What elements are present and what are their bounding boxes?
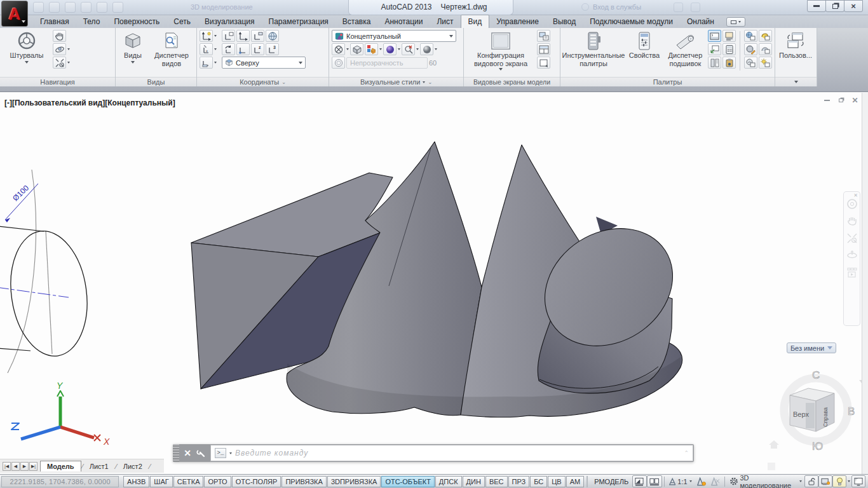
panel-user-interface-label[interactable] [775, 77, 817, 86]
command-line[interactable]: ✕ >_ Введите команду ⌃ [173, 444, 694, 462]
tab-poverhnost[interactable]: Поверхность [107, 15, 166, 28]
command-prompt-icon[interactable]: >_ [215, 448, 226, 458]
toggle-ves[interactable]: ВЕС [485, 476, 508, 487]
ucs-3point-button[interactable]: 3 [266, 43, 279, 55]
zoom-dropdown-icon[interactable] [67, 62, 70, 64]
ucs-x-rotate-button[interactable]: x [200, 43, 213, 55]
calculator-button[interactable] [722, 43, 736, 55]
panel-palettes-label[interactable]: Палитры [560, 77, 775, 86]
toggle-ots-obekt[interactable]: ОТС-ОБЪЕКТ [381, 476, 434, 487]
vp-close-icon[interactable]: ✕ [851, 97, 859, 104]
tab-list[interactable]: Лист [430, 15, 460, 28]
infocenter-icons[interactable] [674, 3, 700, 12]
navbar-showmotion-icon[interactable] [846, 267, 858, 278]
ucs-icon[interactable]: Y X [11, 381, 110, 447]
ucs-view-button[interactable] [200, 57, 213, 69]
model-space-button[interactable]: РМОДЕЛЬ [590, 478, 632, 485]
pan-button[interactable] [53, 30, 66, 42]
quickcalc-paste-button[interactable] [722, 57, 736, 69]
no-edges-button[interactable] [332, 43, 345, 55]
sign-in[interactable]: Вход в службы [581, 3, 641, 11]
diameter-dimension[interactable]: Ø100 [5, 183, 38, 222]
command-input[interactable]: >_ Введите команду ⌃ [210, 445, 693, 461]
shaded-sphere-button[interactable] [383, 43, 397, 55]
sun-properties-button[interactable] [759, 57, 772, 69]
exchange-icon[interactable] [674, 3, 683, 12]
restore-button[interactable] [825, 0, 844, 12]
ui-lock-button[interactable] [804, 475, 818, 487]
coordinates-readout[interactable]: 2221.9185, 1704.7386, 0.0000 [1, 476, 119, 487]
tab-set[interactable]: Сеть [166, 15, 198, 28]
annotation-autoscale-button[interactable] [709, 475, 722, 487]
toggle-ots-polar[interactable]: ОТС-ПОЛЯР [232, 476, 281, 487]
command-expand-icon[interactable]: ⌃ [684, 450, 689, 456]
navbar-zoom-icon[interactable] [846, 233, 858, 244]
help-icon[interactable] [691, 3, 700, 12]
tab-model[interactable]: Модель [40, 461, 81, 471]
viewport-restore-button[interactable] [537, 57, 550, 69]
viewcube-verh-label[interactable]: Верх [793, 410, 809, 418]
ucs-world-button[interactable] [222, 30, 235, 42]
dbconnect-button[interactable] [744, 30, 757, 42]
views-button[interactable]: Виды [118, 30, 147, 75]
toggle-shag[interactable]: ШАГ [150, 476, 172, 487]
view-manager-button[interactable]: Диспетчер видов [149, 30, 194, 75]
no-materials-button[interactable] [402, 43, 415, 55]
toggle-orto[interactable]: ОРТО [204, 476, 231, 487]
ribbon-minimize-button[interactable] [726, 17, 745, 27]
navbar-pan-icon[interactable] [846, 215, 858, 227]
visual-style-select[interactable]: Концептуальный [332, 30, 456, 42]
markup-manager-button[interactable] [708, 57, 721, 69]
viewport-scrollbar[interactable] [862, 93, 868, 474]
tab-onlain[interactable]: Онлайн [680, 15, 721, 28]
first-tab-icon[interactable]: |◀ [3, 462, 11, 471]
command-close-icon[interactable]: ✕ [184, 449, 191, 458]
ribbon-palette-button[interactable] [722, 30, 736, 42]
command-line-palette-button[interactable] [708, 30, 721, 42]
properties-button[interactable]: Свойства [626, 30, 663, 75]
facet-edges-button[interactable] [350, 43, 363, 55]
ucs-icon-show-button[interactable] [200, 30, 213, 42]
tab-list1[interactable]: Лист1 [83, 461, 115, 471]
toggle-setka[interactable]: СЕТКА [173, 476, 204, 487]
gray-sphere-button[interactable] [420, 43, 433, 55]
orbit-dropdown-icon[interactable] [67, 48, 70, 50]
viewcube-south[interactable]: Ю [812, 440, 823, 452]
annotation-scale-button[interactable]: 1:1 [667, 475, 695, 487]
toggle-dpsk[interactable]: ДПСК [435, 476, 462, 487]
panel-coordinates-label[interactable]: Координаты⌄ [197, 77, 329, 86]
tab-vizualizaciya[interactable]: Визуализация [198, 15, 262, 28]
user-interface-button[interactable]: Пользов... [778, 30, 813, 75]
hardware-acceleration-button[interactable] [818, 475, 832, 487]
quick-view-layouts-button[interactable] [632, 475, 647, 487]
toggle-am[interactable]: АМ [566, 476, 585, 487]
viewcube-ucs-menu[interactable]: Без имени [787, 342, 836, 353]
tab-upravlenie[interactable]: Управление [489, 15, 546, 28]
viewcube[interactable]: С В Ю Верх Справа [768, 369, 864, 470]
prev-tab-icon[interactable]: ◀ [11, 462, 20, 471]
viewport-named-button[interactable] [537, 30, 550, 42]
ucs-rotate-z-button[interactable] [222, 43, 235, 55]
viewport-join-button[interactable] [537, 43, 550, 55]
application-menu-button[interactable]: A [1, 1, 28, 27]
drawing-area[interactable]: Ø100 [0, 93, 868, 474]
minimize-button[interactable] [807, 0, 826, 12]
panel-model-viewports-label[interactable]: Видовые экраны модели [464, 77, 560, 86]
command-wrench-icon[interactable] [196, 449, 205, 458]
ucs-world-globe-button[interactable] [266, 30, 279, 42]
vp-minimize-icon[interactable] [823, 97, 831, 104]
close-button[interactable]: × [844, 0, 863, 12]
ucs-zaxis-button[interactable]: z [251, 43, 264, 55]
viewcube-home-icon[interactable] [769, 440, 779, 449]
tab-vid[interactable]: Вид [461, 15, 490, 28]
annotation-visibility-button[interactable] [695, 475, 709, 487]
panel-visual-styles-label[interactable]: Визуальные стили⌄ [329, 77, 463, 86]
render-palette-button[interactable] [759, 43, 772, 55]
tab-list2[interactable]: Лист2 [117, 461, 149, 471]
panel-views-label[interactable]: Виды [116, 77, 196, 86]
viewcube-east[interactable]: В [848, 405, 855, 417]
viewcube-sprava-label[interactable]: Справа [822, 407, 829, 427]
lighting-palette-button[interactable] [759, 30, 772, 42]
tab-vyvod[interactable]: Вывод [546, 15, 583, 28]
toggle-bs[interactable]: БС [530, 476, 547, 487]
